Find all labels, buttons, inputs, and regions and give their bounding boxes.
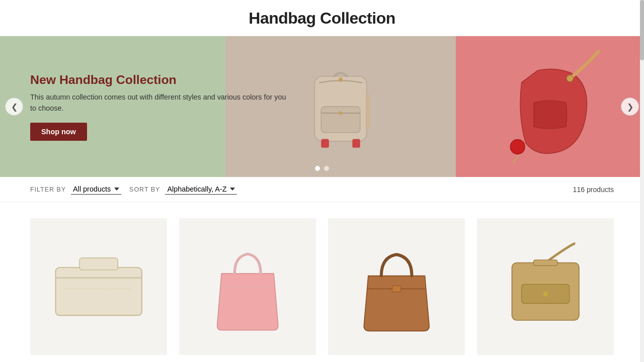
hero-heading: New Handbag Collection xyxy=(30,72,292,87)
product-bag-icon xyxy=(349,239,444,334)
sort-by-label: SORT BY xyxy=(129,186,160,193)
carousel-prev-button[interactable]: ❮ xyxy=(5,98,23,116)
svg-rect-16 xyxy=(392,286,400,292)
sort-group: SORT BY Alphabetically, A-Z Alphabetical… xyxy=(129,184,237,195)
shop-now-button[interactable]: Shop now xyxy=(30,123,87,141)
scrollbar-thumb[interactable] xyxy=(640,0,644,60)
product-image xyxy=(179,218,316,355)
carousel-next-button[interactable]: ❯ xyxy=(621,98,639,116)
product-grid: Detail Belt €257,60 Detailed Rucksack So… xyxy=(0,202,644,362)
filter-by-label: FILTER BY xyxy=(30,186,66,193)
hero-bag-crossbody-icon xyxy=(474,50,625,163)
product-image xyxy=(477,218,614,355)
products-count: 116 products xyxy=(573,186,614,194)
sort-by-select[interactable]: Alphabetically, A-Z Alphabetically, Z-A … xyxy=(165,184,237,195)
product-bag-icon xyxy=(200,239,295,334)
svg-rect-6 xyxy=(352,139,360,148)
product-bag-icon xyxy=(498,239,593,334)
product-image xyxy=(30,218,167,355)
page-title: Handbag Collection xyxy=(0,9,644,28)
hero-content: New Handbag Collection This autumn colle… xyxy=(0,72,322,141)
svg-point-19 xyxy=(543,292,548,297)
page-title-section: Handbag Collection xyxy=(0,0,644,36)
carousel-dots xyxy=(315,166,329,171)
product-card[interactable]: Detail Belt €257,60 xyxy=(30,218,167,362)
filter-sort-bar: FILTER BY All products Handbags Backpack… xyxy=(0,177,644,202)
carousel-dot-2[interactable] xyxy=(324,166,329,171)
product-image xyxy=(328,218,465,355)
hero-banner: New Handbag Collection This autumn colle… xyxy=(0,36,644,177)
svg-point-8 xyxy=(510,140,525,154)
filter-group: FILTER BY All products Handbags Backpack… xyxy=(30,184,121,195)
hero-description: This autumn collection comes out with di… xyxy=(30,92,292,114)
svg-rect-12 xyxy=(79,258,118,270)
svg-rect-7 xyxy=(366,94,370,128)
carousel-dot-1[interactable] xyxy=(315,166,320,171)
product-bag-icon xyxy=(51,239,146,334)
svg-rect-10 xyxy=(55,267,141,315)
svg-rect-20 xyxy=(533,260,557,265)
product-card[interactable]: Dior Shop Bag €698,60 xyxy=(328,218,465,362)
svg-point-9 xyxy=(567,75,573,82)
svg-rect-11 xyxy=(55,277,141,279)
hero-bg-right xyxy=(456,36,644,177)
svg-point-4 xyxy=(338,77,343,82)
svg-rect-5 xyxy=(321,139,329,148)
product-card[interactable]: Detailed Rucksack Sold out xyxy=(179,218,316,362)
svg-point-3 xyxy=(339,111,342,115)
product-card[interactable]: Dmo Canvas Bumbag €498,00 xyxy=(477,218,614,362)
svg-rect-1 xyxy=(321,107,360,133)
filter-by-select[interactable]: All products Handbags Backpacks Crossbod… xyxy=(71,184,121,195)
scrollbar[interactable] xyxy=(640,0,644,362)
